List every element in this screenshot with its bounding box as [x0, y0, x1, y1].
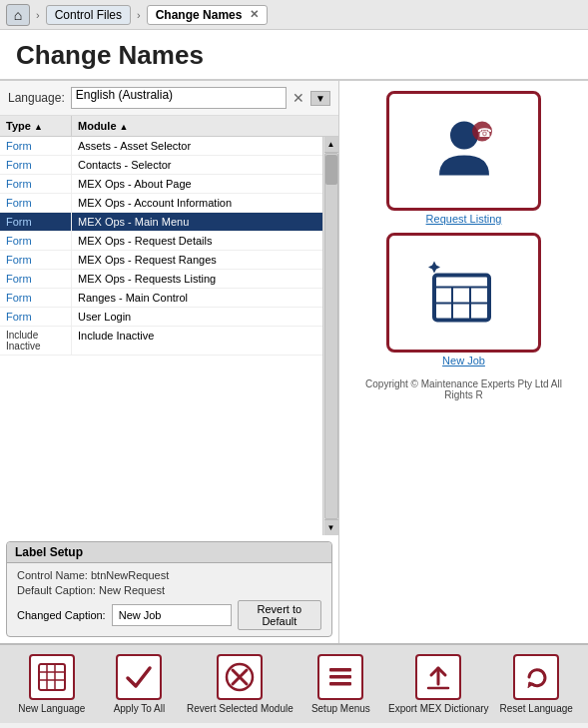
cell-type: Form — [0, 213, 72, 231]
table-row[interactable]: FormMEX Ops - About Page — [0, 175, 322, 194]
cell-type: Form — [0, 194, 72, 212]
scrollbar-thumb[interactable] — [325, 155, 337, 185]
apply-to-all-button[interactable]: Apply To All — [99, 654, 179, 715]
export-mex-label: Export MEX Dictionary — [388, 703, 489, 715]
revert-selected-button[interactable]: Revert Selected Module — [187, 654, 294, 715]
language-clear-button[interactable]: ✕ — [293, 90, 304, 106]
new-job-preview[interactable] — [386, 233, 541, 353]
setup-menus-label: Setup Menus — [311, 703, 370, 715]
home-button[interactable]: ⌂ — [6, 4, 30, 26]
setup-menus-button[interactable]: Setup Menus — [300, 654, 380, 715]
cell-module: MEX Ops - About Page — [72, 175, 322, 193]
language-label: Language: — [8, 91, 65, 105]
copyright-text: Copyright © Maintenance Experts Pty Ltd … — [349, 374, 578, 404]
changed-caption-row: Changed Caption: Revert to Default — [17, 600, 321, 630]
table-row[interactable]: FormAssets - Asset Selector — [0, 137, 322, 156]
setup-menus-icon — [317, 654, 363, 700]
reset-language-button[interactable]: Reset Language — [496, 654, 576, 715]
cell-module: User Login — [72, 308, 322, 326]
cell-type: Form — [0, 270, 72, 288]
language-display: English (Australia) — [71, 87, 287, 109]
table-row[interactable]: FormContacts - Selector — [0, 156, 322, 175]
table-row[interactable]: FormMEX Ops - Requests Listing — [0, 270, 322, 289]
bottom-toolbar: New Language Apply To All Revert Selecte… — [0, 643, 588, 723]
right-panel: ☎ Request Listing New Job Copyright © Ma… — [339, 81, 588, 643]
svg-text:☎: ☎ — [477, 126, 492, 140]
title-bar: ⌂ › Control Files › Change Names ✕ — [0, 0, 588, 30]
scrollbar[interactable]: ▲ ▼ — [322, 137, 338, 535]
cell-type: IncludeInactive — [0, 327, 72, 355]
page-title-section: Change Names — [0, 30, 588, 81]
label-setup-panel: Label Setup Control Name: btnNewRequest … — [6, 541, 332, 637]
cell-type: Form — [0, 251, 72, 269]
svg-rect-16 — [329, 668, 351, 672]
cell-module: MEX Ops - Requests Listing — [72, 270, 322, 288]
control-name-row: Control Name: btnNewRequest — [17, 569, 321, 581]
table-row[interactable]: FormMEX Ops - Request Details — [0, 232, 322, 251]
new-language-label: New Language — [18, 703, 85, 715]
cell-module: Include Inactive — [72, 327, 322, 355]
col-module-header[interactable]: Module ▲ — [72, 116, 338, 136]
apply-to-all-label: Apply To All — [114, 703, 166, 715]
cell-type: Form — [0, 137, 72, 155]
main-content: Language: English (Australia) ✕ ▼ Type ▲… — [0, 81, 588, 643]
reset-language-icon — [513, 654, 559, 700]
new-job-icon — [424, 253, 504, 333]
module-sort-icon: ▲ — [120, 122, 129, 132]
cell-type: Form — [0, 175, 72, 193]
cell-type: Form — [0, 289, 72, 307]
table-row[interactable]: FormMEX Ops - Account Information — [0, 194, 322, 213]
type-sort-icon: ▲ — [34, 122, 43, 132]
svg-rect-8 — [39, 664, 65, 690]
language-dropdown-button[interactable]: ▼ — [310, 91, 330, 106]
cell-module: Assets - Asset Selector — [72, 137, 322, 155]
apply-to-all-icon — [116, 654, 162, 700]
svg-rect-17 — [329, 675, 351, 679]
cell-module: Contacts - Selector — [72, 156, 322, 174]
cell-type: Form — [0, 156, 72, 174]
changed-caption-input[interactable] — [112, 604, 232, 626]
table-row[interactable]: FormUser Login — [0, 308, 322, 327]
scrollbar-track[interactable] — [324, 153, 338, 519]
revert-selected-label: Revert Selected Module — [187, 703, 294, 715]
svg-rect-18 — [329, 682, 351, 686]
new-language-icon — [29, 654, 75, 700]
cell-type: Form — [0, 308, 72, 326]
export-mex-icon — [415, 654, 461, 700]
home-icon: ⌂ — [14, 7, 22, 23]
breadcrumb-change-names[interactable]: Change Names ✕ — [147, 5, 269, 25]
cell-module: MEX Ops - Main Menu — [72, 213, 322, 231]
cell-module: Ranges - Main Control — [72, 289, 322, 307]
language-row: Language: English (Australia) ✕ ▼ — [0, 81, 338, 116]
close-tab-icon[interactable]: ✕ — [250, 8, 259, 21]
reset-language-label: Reset Language — [499, 703, 572, 715]
left-panel: Language: English (Australia) ✕ ▼ Type ▲… — [0, 81, 339, 643]
request-listing-preview[interactable]: ☎ — [386, 91, 541, 211]
phone-person-icon: ☎ — [424, 111, 504, 191]
cell-module: MEX Ops - Request Ranges — [72, 251, 322, 269]
label-setup-title: Label Setup — [7, 542, 331, 563]
export-mex-button[interactable]: Export MEX Dictionary — [388, 654, 489, 715]
page-title: Change Names — [16, 40, 572, 71]
table-header: Type ▲ Module ▲ — [0, 116, 338, 137]
svg-rect-3 — [434, 276, 489, 321]
cell-module: MEX Ops - Account Information — [72, 194, 322, 212]
new-language-button[interactable]: New Language — [12, 654, 92, 715]
table-row[interactable]: FormMEX Ops - Main Menu — [0, 213, 322, 232]
cell-module: MEX Ops - Request Details — [72, 232, 322, 250]
table-body: FormAssets - Asset SelectorFormContacts … — [0, 137, 322, 535]
table-row[interactable]: FormMEX Ops - Request Ranges — [0, 251, 322, 270]
table-row[interactable]: IncludeInactiveInclude Inactive — [0, 327, 322, 356]
revert-selected-icon — [217, 654, 263, 700]
revert-to-default-button[interactable]: Revert to Default — [238, 600, 321, 630]
default-caption-row: Default Caption: New Request — [17, 584, 321, 596]
changed-caption-label: Changed Caption: — [17, 609, 106, 621]
cell-type: Form — [0, 232, 72, 250]
request-listing-link[interactable]: Request Listing — [426, 213, 502, 225]
col-type-header[interactable]: Type ▲ — [0, 116, 72, 136]
new-job-link[interactable]: New Job — [442, 355, 485, 366]
table-row[interactable]: FormRanges - Main Control — [0, 289, 322, 308]
breadcrumb-control-files[interactable]: Control Files — [46, 5, 131, 25]
